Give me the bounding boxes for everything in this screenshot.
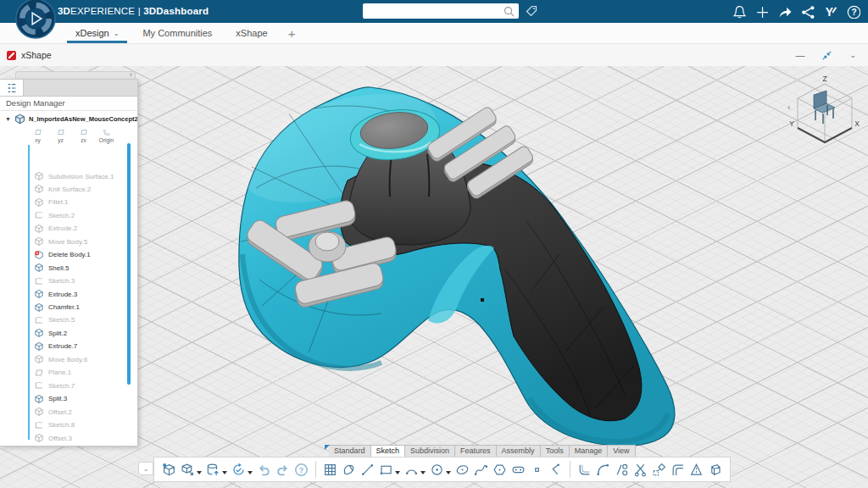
polygon-button[interactable]	[491, 460, 509, 479]
new-content-button[interactable]	[160, 460, 178, 479]
tag-button[interactable]	[524, 3, 539, 19]
tree-item-delete-body[interactable]: Delete Body.1	[34, 249, 91, 261]
dropdown-caret-icon[interactable]	[248, 471, 253, 474]
tree-item-subdivision-surface[interactable]: Subdivision Surface.1	[34, 170, 114, 182]
plane-item-yz[interactable]: yz	[52, 128, 70, 143]
exit-sketch-button[interactable]	[706, 460, 724, 479]
line-button[interactable]	[359, 460, 376, 479]
workbench-tab-assembly[interactable]: Assembly	[497, 445, 541, 458]
workbench-tab-features[interactable]: Features	[455, 445, 497, 458]
slot-button[interactable]	[509, 460, 527, 479]
workbench-tab-tools[interactable]: Tools	[541, 445, 570, 458]
arc-button[interactable]	[403, 460, 420, 479]
offset-curve-button[interactable]	[669, 460, 687, 479]
viewcube-prev-arrow[interactable]: ‹	[787, 102, 791, 112]
vertex-point[interactable]	[481, 298, 484, 302]
tab-xdesign[interactable]: xDesign⌄	[64, 23, 131, 43]
circle-button[interactable]	[428, 460, 446, 479]
search-input[interactable]	[363, 3, 519, 19]
swym-feed-button[interactable]: Y	[821, 3, 838, 20]
open-button[interactable]	[179, 460, 197, 479]
tab-design-manager[interactable]	[0, 80, 24, 96]
add-tab-button[interactable]: +	[280, 23, 304, 43]
workbench-tab-manage[interactable]: Manage	[570, 445, 609, 458]
swym-share-button[interactable]	[798, 3, 815, 20]
profiles-button[interactable]	[613, 460, 631, 479]
tree-item-knit-surface[interactable]: Knit Surface.2	[34, 183, 91, 195]
share-button[interactable]	[776, 3, 793, 20]
panel-scrollbar[interactable]	[127, 143, 131, 385]
tree-item-offset[interactable]: Offset.3	[34, 432, 72, 444]
tree-item-fillet[interactable]: Fillet.1	[34, 197, 69, 208]
minimize-button[interactable]: —	[795, 50, 804, 60]
plane-item-zx[interactable]: zx	[75, 128, 92, 143]
spline-button[interactable]	[472, 460, 490, 479]
axis-x-label[interactable]: X	[854, 119, 860, 128]
save-button[interactable]	[204, 460, 222, 479]
trim-button[interactable]	[632, 460, 649, 479]
dropdown-caret-icon[interactable]	[420, 471, 426, 474]
collapse-button[interactable]: ⌄	[849, 51, 856, 59]
polyline-button[interactable]	[547, 460, 565, 479]
tree-item-plane[interactable]: Plane.1	[34, 367, 71, 379]
axis-z-label[interactable]: Z	[822, 75, 826, 83]
panel-collapse-icon[interactable]: ‹	[130, 70, 132, 79]
polygon-icon	[492, 463, 507, 477]
tree-item-offset[interactable]: Offset.2	[34, 406, 72, 418]
tree-item-extrude[interactable]: Extrude.7	[34, 341, 77, 352]
plane-item-xy[interactable]: xy	[29, 128, 47, 143]
tab-my-communities[interactable]: My Communities	[131, 23, 224, 43]
point-button[interactable]	[528, 460, 546, 479]
undo-button[interactable]	[255, 460, 273, 479]
tree-item-sketch[interactable]: Sketch.7	[34, 380, 75, 391]
restore-button[interactable]	[821, 50, 832, 61]
tree-item-split[interactable]: Split.3	[34, 393, 67, 405]
notifications-button[interactable]	[730, 3, 747, 20]
tree-item-move-body[interactable]: Move Body.5	[34, 236, 87, 247]
tree-item-sketch[interactable]: Sketch.5	[34, 314, 75, 326]
mini-knob[interactable]	[309, 231, 346, 262]
tab-label: My Communities	[142, 28, 212, 38]
share-nodes-icon	[800, 4, 815, 19]
tree-item-shell[interactable]: Shell.5	[34, 262, 69, 274]
compass-logo[interactable]	[14, 0, 57, 40]
tree-item-chamfer[interactable]: Chamfer.1	[34, 302, 80, 313]
workbench-tab-view[interactable]: View	[608, 445, 635, 458]
workbench-tab-sketch[interactable]: Sketch	[371, 445, 406, 458]
tree-item-extrude[interactable]: Extrude.3	[34, 288, 77, 300]
tree-item-sketch[interactable]: Sketch.8	[34, 419, 75, 431]
tree-item-move-body[interactable]: Move Body.6	[34, 353, 87, 365]
dropdown-caret-icon[interactable]	[395, 471, 400, 474]
update-button[interactable]	[230, 460, 248, 479]
expand-arrow-icon[interactable]: ▼	[5, 116, 11, 122]
corner-button[interactable]	[576, 460, 593, 479]
add-content-button[interactable]	[753, 3, 770, 20]
workbench-tab-subdivision[interactable]: Subdivision	[405, 445, 455, 458]
dropdown-caret-icon[interactable]	[222, 471, 227, 474]
tree-root-node[interactable]: ▼ N_ImportedAsNew_MouseConcept2	[0, 114, 137, 125]
plane-item-origin[interactable]: Origin	[97, 128, 115, 143]
workbench-tab-standard[interactable]: Standard	[329, 445, 371, 458]
share-arrow-icon	[777, 4, 792, 19]
sketch-grid-button[interactable]	[321, 460, 339, 479]
axis-y-label[interactable]: Y	[789, 119, 794, 128]
tab-xshape[interactable]: xShape	[224, 23, 279, 43]
redo-button[interactable]	[274, 460, 292, 479]
rectangle-button[interactable]	[377, 460, 395, 479]
tree-item-label: Sketch.8	[48, 421, 75, 429]
mirror-button[interactable]	[687, 460, 705, 479]
dropdown-caret-icon[interactable]	[446, 471, 451, 474]
tree-item-sketch[interactable]: Sketch.2	[34, 209, 75, 221]
help-button[interactable]: ?	[844, 3, 861, 20]
help-button[interactable]: ?	[292, 460, 310, 479]
tree-item-extrude[interactable]: Extrude.2	[34, 223, 77, 235]
dropdown-caret-icon[interactable]	[197, 471, 202, 474]
fillet-arc-button[interactable]	[594, 460, 612, 479]
quick-constraint-button[interactable]	[650, 460, 668, 479]
tree-item-sketch[interactable]: Sketch.3	[34, 275, 75, 287]
ellipse-button[interactable]	[453, 460, 471, 479]
offset-curve-icon	[670, 463, 685, 477]
sketch-on-surface-button[interactable]	[340, 460, 358, 479]
tree-item-split[interactable]: Split.2	[34, 327, 67, 339]
dock-collapse-button[interactable]: ⌄	[138, 462, 153, 475]
